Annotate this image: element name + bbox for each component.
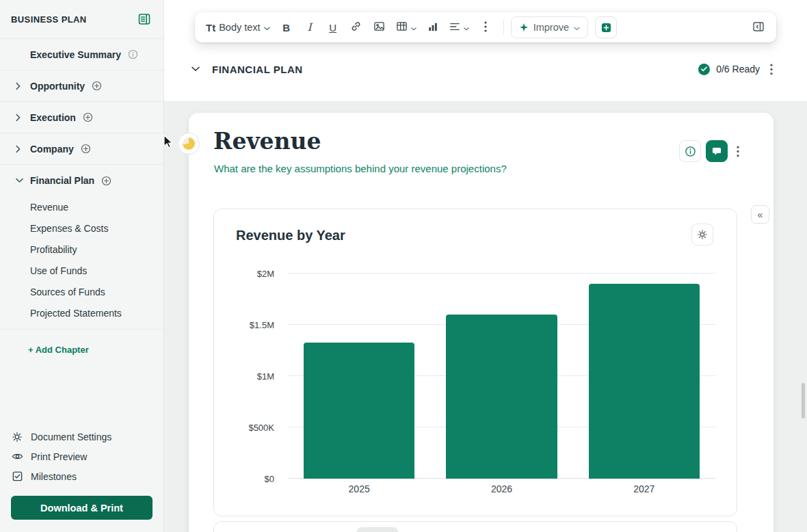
collapse-toolbar-button[interactable] bbox=[748, 16, 769, 38]
eye-icon bbox=[11, 451, 23, 462]
add-chapter-button[interactable]: + Add Chapter bbox=[28, 345, 89, 355]
section-prompt: What are the key assumptions behind your… bbox=[214, 163, 507, 174]
sidebar-item-financial-plan[interactable]: Financial Plan bbox=[0, 165, 163, 196]
insert-image-button[interactable] bbox=[369, 16, 391, 38]
bar-slot bbox=[430, 274, 572, 479]
section-menu-button[interactable] bbox=[732, 144, 743, 159]
sidebar-item-execution[interactable]: Execution bbox=[0, 102, 163, 133]
sidebar-subitem-use-of-funds[interactable]: Use of Funds bbox=[0, 260, 163, 281]
text-style-label: Body text bbox=[219, 22, 260, 33]
chapter-header: FINANCIAL PLAN 0/6 Ready bbox=[189, 59, 777, 79]
align-button[interactable] bbox=[445, 16, 473, 38]
chevron-down-icon bbox=[264, 23, 270, 33]
chapter-status: 0/6 Ready bbox=[698, 62, 777, 77]
sidebar-subitem-sources-of-funds[interactable]: Sources of Funds bbox=[0, 281, 163, 302]
chevron-down-icon bbox=[411, 23, 416, 33]
sidebar-item-label: Financial Plan bbox=[30, 175, 94, 186]
bar-slot bbox=[573, 274, 715, 479]
chevron-right-icon[interactable] bbox=[16, 145, 21, 152]
financial-plan-sublist: Revenue Expenses & Costs Profitability U… bbox=[0, 196, 163, 330]
sidebar-subitem-revenue[interactable]: Revenue bbox=[0, 196, 163, 217]
add-block-button[interactable] bbox=[595, 16, 617, 38]
revenue-section-card: Revenue What are the key assumptions beh… bbox=[189, 113, 773, 532]
sidebar-subitem-profitability[interactable]: Profitability bbox=[0, 239, 163, 260]
x-tick-label: 2027 bbox=[573, 483, 715, 494]
sidebar-footer: Document Settings Print Preview Mileston… bbox=[0, 427, 163, 532]
formatting-toolbar: Tt Body text B I U bbox=[195, 12, 776, 42]
bar-2027[interactable] bbox=[589, 284, 700, 479]
outline-view-icon[interactable] bbox=[136, 11, 153, 27]
document-settings-item[interactable]: Document Settings bbox=[11, 427, 153, 447]
comment-icon bbox=[711, 146, 722, 157]
chevron-down-icon bbox=[574, 22, 580, 33]
ai-improve-button[interactable]: Improve bbox=[511, 16, 588, 38]
ai-improve-label: Improve bbox=[533, 22, 569, 33]
insert-chart-button[interactable] bbox=[422, 16, 444, 38]
plus-circle-icon[interactable] bbox=[83, 112, 93, 122]
y-tick-label: $500K bbox=[248, 423, 274, 433]
revenue-chart-card: Revenue by Year $0$500K$1M$1.5M$2M 20252… bbox=[213, 209, 737, 516]
x-tick-label: 2026 bbox=[430, 483, 572, 494]
toolbar-more-button[interactable] bbox=[475, 16, 497, 38]
section-info-button[interactable] bbox=[679, 140, 701, 162]
chapter-menu-button[interactable] bbox=[766, 62, 777, 77]
toolbar-divider bbox=[503, 20, 504, 35]
sidebar-item-label: Opportunity bbox=[30, 81, 85, 92]
y-tick-label: $2M bbox=[257, 269, 274, 279]
y-tick-label: $1M bbox=[257, 371, 274, 382]
y-tick-label: $1.5M bbox=[250, 320, 274, 330]
sidebar-item-label: Company bbox=[30, 144, 74, 155]
footer-item-label: Document Settings bbox=[31, 431, 111, 442]
sidebar-item-executive-summary[interactable]: Executive Summary bbox=[0, 39, 163, 70]
checkbox-icon bbox=[11, 471, 23, 481]
plan-outline-nav: Executive Summary Opportunity Executio bbox=[0, 38, 163, 356]
gear-icon bbox=[11, 431, 23, 442]
chart-settings-button[interactable] bbox=[691, 224, 713, 245]
section-comment-button[interactable] bbox=[706, 140, 728, 162]
print-preview-item[interactable]: Print Preview bbox=[11, 447, 153, 466]
milestones-item[interactable]: Milestones bbox=[11, 466, 153, 486]
underline-button[interactable]: U bbox=[322, 16, 344, 38]
plus-circle-icon[interactable] bbox=[101, 176, 111, 186]
bar-chart-icon bbox=[427, 21, 438, 34]
insert-table-button[interactable] bbox=[392, 16, 421, 38]
chart-toggle-pill[interactable] bbox=[356, 527, 399, 532]
chapter-title: FINANCIAL PLAN bbox=[212, 64, 303, 75]
info-icon[interactable] bbox=[128, 49, 138, 59]
sidebar: BUSINESS PLAN Executive Summary Opportun… bbox=[0, 0, 164, 532]
bar-2025[interactable] bbox=[304, 343, 414, 479]
check-circle-icon bbox=[698, 64, 710, 75]
next-chart-card-partial bbox=[213, 521, 737, 532]
download-print-button[interactable]: Download & Print bbox=[11, 496, 153, 520]
bold-button[interactable]: B bbox=[276, 16, 297, 38]
pie-progress-icon bbox=[183, 137, 195, 150]
table-icon bbox=[396, 21, 408, 34]
section-title: Revenue bbox=[213, 128, 321, 155]
bar-2026[interactable] bbox=[446, 315, 557, 479]
chevron-down-icon[interactable] bbox=[189, 64, 202, 75]
plus-circle-icon[interactable] bbox=[81, 144, 91, 154]
insert-link-button[interactable] bbox=[345, 16, 367, 38]
x-axis-labels: 202520262027 bbox=[288, 483, 715, 494]
chevron-right-icon[interactable] bbox=[16, 82, 21, 90]
plus-circle-icon[interactable] bbox=[92, 81, 102, 91]
italic-button[interactable]: I bbox=[299, 16, 321, 38]
chevron-right-icon[interactable] bbox=[16, 114, 21, 121]
sidebar-item-label: Executive Summary bbox=[30, 49, 121, 60]
sidebar-item-opportunity[interactable]: Opportunity bbox=[0, 70, 163, 102]
chevron-down-icon[interactable] bbox=[16, 178, 23, 183]
scrollbar-thumb[interactable] bbox=[802, 383, 805, 418]
collapse-panel-button[interactable]: « bbox=[751, 205, 769, 224]
footer-item-label: Milestones bbox=[31, 471, 77, 482]
text-style-dropdown[interactable]: Tt Body text bbox=[202, 16, 274, 38]
panel-collapse-icon bbox=[752, 21, 765, 35]
sidebar-subitem-projected-statements[interactable]: Projected Statements bbox=[0, 302, 163, 323]
sidebar-subitem-expenses-costs[interactable]: Expenses & Costs bbox=[0, 217, 163, 239]
app-window: BUSINESS PLAN Executive Summary Opportun… bbox=[0, 0, 807, 532]
sidebar-header: BUSINESS PLAN bbox=[0, 0, 163, 38]
sidebar-item-company[interactable]: Company bbox=[0, 133, 163, 165]
sparkle-icon bbox=[519, 23, 529, 32]
sidebar-item-label: Execution bbox=[30, 112, 76, 123]
chart-title: Revenue by Year bbox=[236, 228, 345, 243]
editor-main: Tt Body text B I U bbox=[164, 0, 807, 532]
